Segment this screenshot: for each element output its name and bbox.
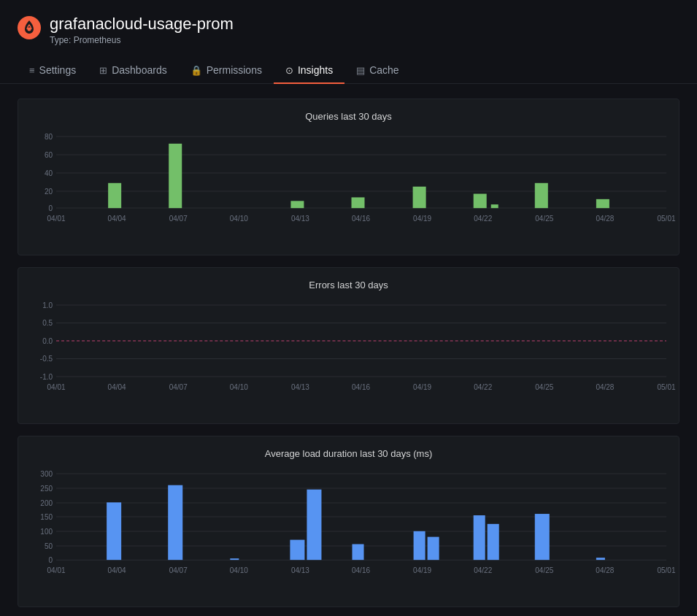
tab-insights[interactable]: ⊙ Insights — [274, 57, 344, 83]
svg-text:04/13: 04/13 — [291, 215, 309, 223]
svg-text:300: 300 — [40, 470, 53, 478]
tab-permissions[interactable]: 🔒 Permissions — [179, 57, 274, 83]
svg-text:04/13: 04/13 — [291, 383, 309, 391]
svg-rect-71 — [307, 490, 321, 561]
svg-rect-68 — [168, 485, 182, 560]
svg-rect-74 — [428, 537, 439, 561]
app-logo — [18, 16, 41, 39]
svg-text:05/01: 05/01 — [657, 383, 675, 391]
errors-chart-card: Errors last 30 days 1.0 0.5 0.0 -0.5 -1.… — [18, 267, 679, 424]
svg-text:04/19: 04/19 — [413, 566, 431, 574]
svg-point-1 — [28, 28, 31, 31]
queries-chart-card: Queries last 30 days 80 60 40 20 0 — [18, 99, 679, 255]
svg-text:04/25: 04/25 — [535, 215, 553, 223]
svg-text:04/04: 04/04 — [108, 215, 126, 223]
svg-text:200: 200 — [40, 499, 53, 507]
svg-text:40: 40 — [45, 169, 53, 177]
permissions-icon: 🔒 — [190, 65, 202, 76]
svg-text:04/07: 04/07 — [169, 383, 188, 391]
svg-rect-13 — [169, 144, 182, 208]
svg-rect-18 — [491, 204, 498, 208]
charts-area: Queries last 30 days 80 60 40 20 0 — [0, 84, 697, 616]
svg-rect-67 — [107, 502, 121, 560]
svg-text:04/13: 04/13 — [291, 566, 309, 574]
svg-rect-16 — [413, 187, 426, 208]
svg-rect-77 — [535, 514, 550, 560]
svg-text:04/16: 04/16 — [352, 383, 370, 391]
svg-rect-75 — [474, 515, 485, 560]
svg-text:0: 0 — [48, 204, 53, 212]
nav-tabs: ≡ Settings ⊞ Dashboards 🔒 Permissions ⊙ … — [0, 57, 697, 84]
svg-text:-1.0: -1.0 — [40, 373, 53, 381]
svg-rect-69 — [230, 558, 239, 560]
svg-rect-14 — [290, 201, 304, 208]
svg-rect-19 — [535, 183, 548, 208]
svg-rect-76 — [488, 524, 499, 560]
dashboards-icon: ⊞ — [99, 65, 107, 76]
load-chart: 300 250 200 150 100 50 0 — [27, 466, 670, 598]
svg-text:04/28: 04/28 — [596, 383, 614, 391]
svg-text:05/01: 05/01 — [657, 566, 675, 574]
svg-text:04/10: 04/10 — [230, 566, 248, 574]
tab-permissions-label: Permissions — [207, 64, 262, 76]
queries-chart: 80 60 40 20 0 — [27, 129, 670, 246]
queries-chart-title: Queries last 30 days — [27, 111, 670, 122]
svg-rect-17 — [474, 193, 487, 208]
svg-text:1.0: 1.0 — [42, 301, 53, 309]
svg-text:50: 50 — [45, 542, 53, 550]
settings-icon: ≡ — [29, 65, 35, 76]
svg-rect-70 — [290, 540, 304, 561]
svg-text:250: 250 — [40, 485, 53, 493]
svg-text:04/16: 04/16 — [352, 566, 370, 574]
page-header: grafanacloud-usage-prom Type: Prometheus — [0, 0, 697, 45]
queries-svg: 80 60 40 20 0 — [27, 129, 670, 231]
svg-rect-15 — [352, 197, 365, 208]
svg-text:04/22: 04/22 — [474, 566, 492, 574]
errors-chart: 1.0 0.5 0.0 -0.5 -1.0 04/01 04/04 04/07 … — [27, 298, 670, 415]
svg-text:04/25: 04/25 — [535, 566, 553, 574]
tab-settings[interactable]: ≡ Settings — [18, 57, 88, 83]
cache-icon: ▤ — [356, 65, 365, 76]
svg-text:04/19: 04/19 — [413, 215, 431, 223]
svg-text:0.0: 0.0 — [42, 337, 53, 345]
svg-text:04/04: 04/04 — [108, 566, 126, 574]
datasource-type: Type: Prometheus — [50, 35, 234, 45]
insights-icon: ⊙ — [285, 65, 293, 76]
svg-text:80: 80 — [45, 133, 53, 141]
svg-text:04/10: 04/10 — [230, 383, 248, 391]
svg-text:04/01: 04/01 — [47, 566, 66, 574]
svg-text:60: 60 — [45, 151, 53, 159]
tab-dashboards-label: Dashboards — [112, 64, 167, 76]
svg-text:150: 150 — [40, 513, 53, 521]
svg-text:04/25: 04/25 — [535, 383, 553, 391]
tab-dashboards[interactable]: ⊞ Dashboards — [88, 57, 179, 83]
tab-insights-label: Insights — [298, 64, 333, 76]
svg-rect-72 — [353, 544, 364, 561]
load-svg: 300 250 200 150 100 50 0 — [27, 466, 670, 583]
svg-text:04/01: 04/01 — [47, 383, 66, 391]
svg-rect-78 — [596, 558, 605, 560]
svg-text:04/07: 04/07 — [169, 215, 188, 223]
errors-chart-title: Errors last 30 days — [27, 280, 670, 290]
svg-text:04/28: 04/28 — [596, 215, 614, 223]
tab-cache[interactable]: ▤ Cache — [344, 57, 410, 83]
svg-text:04/07: 04/07 — [169, 566, 188, 574]
svg-text:04/16: 04/16 — [352, 215, 370, 223]
svg-text:20: 20 — [45, 188, 53, 196]
svg-text:04/10: 04/10 — [230, 215, 248, 223]
load-chart-card: Average load duration last 30 days (ms) … — [18, 436, 679, 607]
tab-cache-label: Cache — [369, 64, 398, 76]
svg-text:04/22: 04/22 — [474, 215, 492, 223]
svg-text:04/19: 04/19 — [413, 383, 431, 391]
svg-text:-0.5: -0.5 — [40, 355, 53, 363]
load-chart-title: Average load duration last 30 days (ms) — [27, 448, 670, 459]
svg-rect-12 — [108, 183, 121, 208]
svg-rect-20 — [596, 199, 609, 208]
svg-text:05/01: 05/01 — [657, 215, 675, 223]
tab-settings-label: Settings — [39, 64, 77, 76]
svg-text:0.5: 0.5 — [42, 319, 53, 327]
page-title: grafanacloud-usage-prom — [50, 15, 234, 34]
header-text-block: grafanacloud-usage-prom Type: Prometheus — [50, 15, 234, 45]
svg-text:04/01: 04/01 — [47, 215, 66, 223]
errors-svg: 1.0 0.5 0.0 -0.5 -1.0 04/01 04/04 04/07 … — [27, 298, 670, 400]
